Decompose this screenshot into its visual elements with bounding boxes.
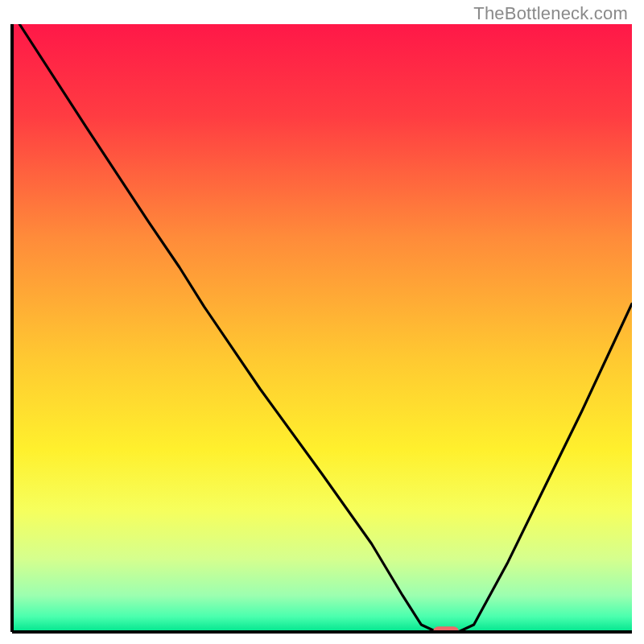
watermark-text: TheBottleneck.com bbox=[473, 3, 628, 24]
bottleneck-chart bbox=[0, 0, 644, 644]
chart-container: TheBottleneck.com bbox=[0, 0, 644, 644]
gradient-background bbox=[12, 24, 632, 632]
